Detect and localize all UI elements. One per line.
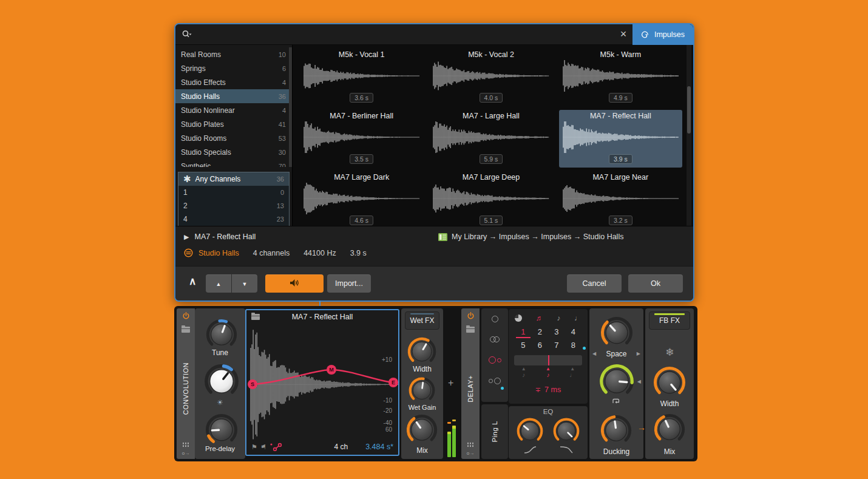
impulse-length[interactable]: 3.484 s*	[365, 443, 393, 451]
division-2[interactable]: 2	[532, 326, 549, 338]
start-flag-icon[interactable]: ⚑	[251, 443, 257, 451]
fb-fx-header[interactable]: FB FX	[649, 311, 690, 330]
predelay-knob[interactable]	[205, 413, 239, 449]
freeze-icon[interactable]: ❄	[645, 346, 694, 359]
device-name[interactable]: DELAY+	[467, 375, 474, 403]
impulse-card-selected[interactable]: MA7 - Reflect Hall3.9 s	[559, 110, 682, 168]
category-synthetic[interactable]: Synthetic70	[175, 159, 292, 167]
feedback-mod-icon[interactable]: ◀	[637, 379, 641, 384]
channel-1[interactable]: 10	[178, 186, 289, 199]
ducking-knob[interactable]	[600, 414, 632, 449]
wet-width-knob[interactable]	[407, 336, 437, 369]
import-button[interactable]: Import...	[327, 274, 371, 293]
damp-knob[interactable]	[203, 363, 240, 402]
category-studio-effects[interactable]: Studio Effects4	[175, 75, 292, 89]
close-icon[interactable]: ×	[614, 28, 632, 41]
mode-dual-icon[interactable]	[481, 370, 508, 391]
collapse-chevron-icon[interactable]: ∧	[189, 275, 196, 288]
category-studio-plates[interactable]: Studio Plates41	[175, 117, 292, 131]
feedback-loop-icon[interactable]	[611, 397, 620, 406]
impulse-card[interactable]: MA7 - Large Hall5.9 s	[429, 110, 552, 168]
channel-count: 4 ch	[334, 443, 348, 451]
search-input[interactable]	[192, 24, 614, 44]
division-3[interactable]: 3	[548, 326, 565, 338]
waveform-thumbnail	[563, 60, 679, 92]
grid-scrollbar[interactable]	[687, 45, 691, 226]
delay-main-panel: ◀ Space ▶ ◀ Ducking	[589, 308, 643, 459]
routing-icon[interactable]: o→	[182, 450, 189, 456]
space-knob[interactable]	[600, 316, 634, 352]
impulse-card[interactable]: MA7 Large Near3.2 s	[559, 171, 682, 229]
envelope-start-marker[interactable]: S	[248, 379, 257, 389]
envelope-mid-marker[interactable]: M	[327, 365, 336, 375]
division-7[interactable]: 7	[548, 339, 565, 352]
impulse-card[interactable]: M5k - Vocal 13.6 s	[300, 49, 423, 106]
preset-folder-icon[interactable]	[466, 327, 475, 333]
channel-2[interactable]: 213	[178, 199, 289, 212]
note-quarter-icon[interactable]: ♩	[574, 314, 581, 322]
division-6[interactable]: 6	[532, 339, 549, 352]
search-icon[interactable]	[181, 30, 192, 39]
remote-controls-icon[interactable]	[467, 442, 474, 447]
fb-mix-knob[interactable]	[653, 413, 686, 448]
eq-highpass-knob[interactable]	[516, 417, 544, 447]
feedback-knob[interactable]	[598, 363, 635, 402]
impulse-card[interactable]: M5k - Warm4.9 s	[559, 49, 682, 106]
add-device-plus[interactable]: +	[448, 378, 453, 389]
impulse-card[interactable]: MA7 Large Deep5.1 s	[429, 171, 552, 229]
division-5[interactable]: 5	[515, 339, 532, 352]
power-icon[interactable]	[467, 311, 475, 322]
audition-button[interactable]	[265, 274, 324, 293]
wet-mix-knob[interactable]	[405, 413, 438, 449]
wet-fx-header[interactable]: Wet FX	[405, 311, 439, 330]
division-8[interactable]: 8	[565, 339, 582, 352]
current-time-marker[interactable]: ▲♪	[543, 366, 553, 378]
category-springs[interactable]: Springs6	[175, 61, 292, 75]
division-1[interactable]: 1	[515, 326, 532, 338]
mode-stereo-icon[interactable]	[481, 329, 508, 350]
device-name[interactable]: CONVOLUTION	[182, 362, 189, 415]
impulse-card[interactable]: MA7 Large Dark4.6 s	[300, 171, 423, 229]
wet-gain-knob[interactable]	[408, 376, 436, 407]
routing-icon[interactable]: o→	[467, 450, 474, 456]
impulse-card[interactable]: M5k - Vocal 24.0 s	[429, 49, 552, 106]
division-4[interactable]: 4	[565, 326, 582, 338]
tab-impulses[interactable]: Impulses	[632, 24, 693, 45]
impulse-card[interactable]: MA7 - Berliner Hall3.5 s	[300, 110, 423, 168]
eq-lowpass-knob[interactable]	[552, 417, 580, 447]
note-eighth-icon[interactable]: ♪	[557, 314, 560, 322]
preset-folder-icon[interactable]	[181, 327, 190, 333]
delay-time-value[interactable]: ∓7 ms	[509, 386, 588, 394]
channel-filter: ✱Any Channels36 10 213 423	[178, 172, 290, 226]
prev-item-button[interactable]: ▲	[206, 274, 231, 293]
space-next-icon[interactable]: ▶	[637, 351, 640, 356]
channel-4[interactable]: 423	[178, 212, 289, 226]
remote-controls-icon[interactable]	[182, 442, 189, 447]
offset-icon: ∓	[535, 386, 541, 393]
mode-label[interactable]: Ping L	[491, 421, 498, 443]
category-scrollbar[interactable]	[289, 47, 292, 167]
note-sixteenth-icon[interactable]: ♬	[536, 314, 543, 322]
power-icon[interactable]	[182, 311, 190, 322]
category-studio-nonlinear[interactable]: Studio Nonlinear4	[175, 103, 292, 117]
fb-width-knob[interactable]	[653, 365, 687, 402]
end-flag-icon[interactable]: ⚑	[260, 443, 266, 451]
next-item-button[interactable]: ▼	[232, 274, 257, 293]
category-studio-rooms[interactable]: Studio Rooms53	[175, 131, 292, 145]
mode-ping-pong-icon[interactable]	[481, 350, 508, 370]
play-icon[interactable]: ▶	[184, 233, 189, 241]
time-mode-icon[interactable]	[515, 314, 522, 322]
envelope-link-icon[interactable]	[270, 443, 283, 451]
channel-any[interactable]: ✱Any Channels36	[178, 172, 289, 186]
category-studio-halls[interactable]: Studio Halls36	[175, 89, 292, 103]
slider-cursor[interactable]	[548, 355, 549, 365]
impulse-display[interactable]: MA7 - Reflect Hall +10 -10 -20 -40 60 S …	[245, 309, 399, 456]
grid-scroll-thumb[interactable]	[687, 86, 691, 134]
category-real-rooms[interactable]: Real Rooms10	[175, 47, 292, 61]
mode-mono-icon[interactable]	[481, 308, 508, 329]
time-offset-slider[interactable]	[514, 355, 582, 365]
category-studio-specials[interactable]: Studio Specials30	[175, 145, 292, 159]
ok-button[interactable]: Ok	[628, 274, 683, 293]
cancel-button[interactable]: Cancel	[567, 274, 622, 293]
envelope-end-marker[interactable]: E	[388, 378, 398, 387]
